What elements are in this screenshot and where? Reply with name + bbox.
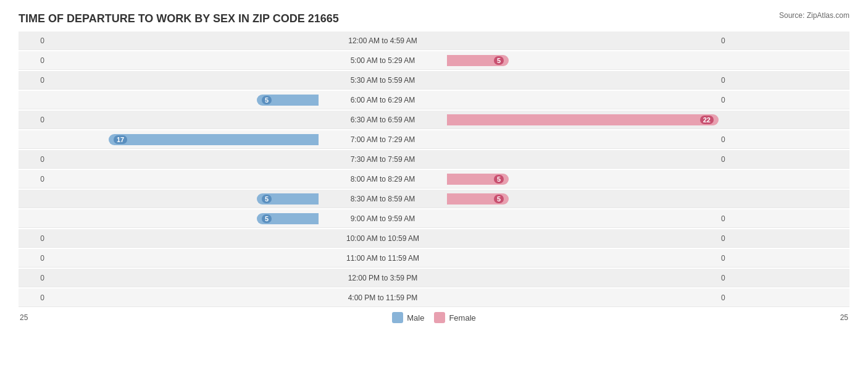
legend-female-color (434, 312, 445, 323)
male-bar-container: 5 (47, 95, 319, 106)
right-section: 0 (444, 134, 747, 145)
source-text: Source: ZipAtlas.com (779, 11, 849, 20)
bar-row: 0 7:30 AM to 7:59 AM 0 (19, 150, 849, 169)
right-section: 0 (444, 35, 747, 46)
right-section: 22 (444, 114, 747, 125)
male-bar: 5 (257, 213, 319, 224)
male-badge: 17 (114, 135, 127, 144)
legend-female-label: Female (449, 313, 475, 323)
left-section: 5 (19, 193, 321, 205)
male-bar: 17 (109, 134, 319, 145)
female-bar-container: 5 (447, 193, 719, 205)
chart-container: TIME OF DEPARTURE TO WORK BY SEX IN ZIP … (0, 0, 868, 367)
female-value: 0 (721, 293, 738, 302)
male-value: 0 (27, 293, 44, 302)
male-badge: 5 (262, 195, 272, 203)
legend-male: Male (392, 312, 424, 323)
time-label: 12:00 AM to 4:59 AM (321, 36, 444, 45)
bar-row: 0 5:00 AM to 5:29 AM 5 (19, 51, 849, 70)
female-bar: 5 (447, 174, 509, 185)
time-label: 5:30 AM to 5:59 AM (321, 76, 444, 85)
male-bar-container (47, 75, 319, 86)
male-badge: 5 (262, 96, 272, 104)
female-bar-container (447, 272, 719, 284)
female-bar-container: 5 (447, 55, 719, 66)
left-section: 0 (19, 55, 321, 66)
bar-row: 5 9:00 AM to 9:59 AM 0 (19, 209, 849, 228)
female-bar: 5 (447, 55, 509, 66)
bar-row: 0 11:00 AM to 11:59 AM 0 (19, 249, 849, 268)
female-bar-container (447, 292, 719, 303)
bar-row: 5 8:30 AM to 8:59 AM 5 (19, 190, 849, 208)
left-section: 5 (19, 95, 321, 106)
male-bar-container: 17 (47, 134, 319, 145)
time-label: 4:00 PM to 11:59 PM (321, 293, 444, 302)
female-bar-container: 22 (447, 114, 719, 125)
female-badge: 5 (494, 175, 504, 184)
male-bar: 5 (257, 95, 319, 106)
time-label: 10:00 AM to 10:59 AM (321, 234, 444, 243)
left-section: 0 (19, 35, 321, 46)
male-value: 0 (27, 36, 44, 45)
male-bar-container (47, 253, 319, 264)
male-bar-container (47, 154, 319, 165)
male-value: 0 (27, 234, 44, 243)
time-label: 8:00 AM to 8:29 AM (321, 175, 444, 184)
left-section: 0 (19, 174, 321, 185)
left-section: 0 (19, 272, 321, 284)
female-bar-container (447, 75, 719, 86)
bar-row: 0 6:30 AM to 6:59 AM 22 (19, 111, 849, 129)
female-badge: 22 (700, 116, 714, 124)
left-axis-label: 25 (20, 313, 28, 322)
female-bar-container (447, 134, 719, 145)
female-value: 0 (721, 155, 738, 164)
time-label: 8:30 AM to 8:59 AM (321, 195, 444, 203)
time-label: 6:30 AM to 6:59 AM (321, 116, 444, 124)
female-value: 0 (721, 274, 738, 282)
chart-area: 0 12:00 AM to 4:59 AM 0 0 (19, 32, 849, 307)
female-bar-container (447, 154, 719, 165)
male-bar-container: 5 (47, 193, 319, 205)
female-bar: 5 (447, 193, 509, 205)
right-section: 0 (444, 292, 747, 303)
right-section: 0 (444, 233, 747, 244)
female-value: 0 (721, 96, 738, 104)
bar-row: 0 4:00 PM to 11:59 PM 0 (19, 289, 849, 307)
bar-row: 0 12:00 PM to 3:59 PM 0 (19, 269, 849, 287)
time-label: 5:00 AM to 5:29 AM (321, 56, 444, 65)
right-section: 0 (444, 272, 747, 284)
female-value: 0 (721, 135, 738, 144)
female-value: 0 (721, 36, 738, 45)
male-value: 0 (27, 56, 44, 65)
right-section: 5 (444, 174, 747, 185)
female-bar-container (447, 253, 719, 264)
bar-row: 5 6:00 AM to 6:29 AM 0 (19, 91, 849, 109)
time-label: 7:00 AM to 7:29 AM (321, 135, 444, 144)
female-value: 0 (721, 76, 738, 85)
left-section: 0 (19, 253, 321, 264)
male-bar: 5 (257, 193, 319, 205)
left-section: 5 (19, 213, 321, 224)
male-value: 0 (27, 274, 44, 282)
male-bar-container (47, 272, 319, 284)
male-bar-container (47, 55, 319, 66)
female-bar-container (447, 233, 719, 244)
left-section: 0 (19, 75, 321, 86)
legend-male-color (392, 312, 403, 323)
female-bar-container (447, 95, 719, 106)
male-value: 0 (27, 254, 44, 263)
right-axis-label: 25 (840, 313, 848, 322)
female-bar: 22 (447, 114, 719, 125)
legend-female: Female (434, 312, 475, 323)
right-section: 5 (444, 55, 747, 66)
right-section: 0 (444, 95, 747, 106)
female-value: 0 (721, 254, 738, 263)
time-label: 11:00 AM to 11:59 AM (321, 254, 444, 263)
male-badge: 5 (262, 214, 272, 223)
male-bar-container (47, 114, 319, 125)
female-bar-container: 5 (447, 174, 719, 185)
male-value: 0 (27, 175, 44, 184)
bar-row: 0 10:00 AM to 10:59 AM 0 (19, 229, 849, 248)
female-badge: 5 (494, 195, 504, 203)
right-section: 0 (444, 213, 747, 224)
